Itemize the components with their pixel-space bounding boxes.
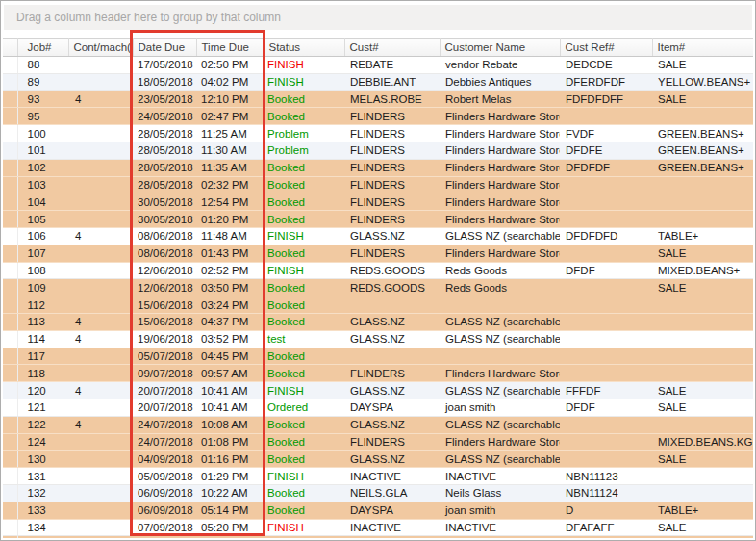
row-indicator-cell[interactable]: [3, 57, 17, 74]
cell-time-due[interactable]: 10:08 AM: [196, 416, 264, 433]
table-row[interactable]: 8817/05/201802:50 PMFINISHREBATEvendor R…: [3, 57, 753, 74]
cell-cont[interactable]: [68, 159, 133, 176]
cell-status[interactable]: Booked: [264, 348, 344, 365]
cell-time-due[interactable]: 02:52 PM: [196, 262, 264, 279]
cell-cont[interactable]: [68, 502, 133, 519]
row-indicator-cell[interactable]: [3, 519, 17, 536]
cell-customer-name[interactable]: vendor Rebate: [440, 57, 560, 74]
table-row[interactable]: 10430/05/201812:54 PMBookedFLINDERSFlind…: [3, 193, 753, 211]
row-indicator-cell[interactable]: [3, 90, 17, 108]
table-row[interactable]: 12120/07/201810:41 AMOrderedDAYSPAjoan s…: [3, 399, 753, 416]
cell-date-due[interactable]: 28/05/2018: [133, 176, 196, 193]
cell-time-due[interactable]: 10:22 AM: [196, 484, 264, 502]
cell-time-due[interactable]: 05:20 PM: [196, 519, 264, 536]
cell-time-due[interactable]: 12:10 PM: [196, 90, 264, 108]
cell-cont[interactable]: [68, 245, 133, 262]
cell-cont[interactable]: 4: [68, 313, 133, 330]
cell-cust[interactable]: DEBBIE.ANT: [344, 73, 440, 90]
row-indicator-cell[interactable]: [3, 245, 17, 262]
cell-job[interactable]: 131: [17, 468, 68, 485]
row-indicator-cell[interactable]: [3, 468, 17, 485]
cell-item[interactable]: GREEN.BEANS+: [652, 142, 753, 159]
cell-job[interactable]: 101: [17, 142, 68, 159]
table-row[interactable]: 13004/09/201801:16 PMBookedGLASS.NZGLASS…: [3, 451, 753, 468]
cell-job[interactable]: 118: [17, 365, 68, 382]
cell-job[interactable]: 88: [17, 57, 68, 74]
cell-time-due[interactable]: 05:14 PM: [196, 502, 264, 519]
table-row[interactable]: 10228/05/201811:35 AMBookedFLINDERSFlind…: [3, 159, 753, 176]
cell-status[interactable]: FINISH: [264, 468, 344, 485]
cell-customer-name[interactable]: Neils Glass: [440, 484, 560, 502]
cell-cont[interactable]: [68, 468, 133, 485]
cell-date-due[interactable]: 19/06/2018: [133, 330, 196, 348]
cell-cust-ref[interactable]: D: [560, 502, 652, 519]
cell-customer-name[interactable]: GLASS NZ (searchable): [440, 451, 560, 468]
cell-status[interactable]: Booked: [264, 484, 344, 502]
table-row[interactable]: 10708/06/201801:43 PMBookedFLINDERSFlind…: [3, 245, 753, 262]
column-header-time-due[interactable]: Time Due: [196, 39, 264, 57]
cell-cont[interactable]: [68, 262, 133, 279]
cell-customer-name[interactable]: [440, 348, 560, 365]
cell-customer-name[interactable]: Flinders Hardware Store: [440, 193, 560, 211]
cell-status[interactable]: Booked: [264, 159, 344, 176]
cell-item[interactable]: [652, 176, 753, 193]
cell-cust[interactable]: FLINDERS: [344, 193, 440, 211]
cell-time-due[interactable]: 01:16 PM: [196, 451, 264, 468]
table-row[interactable]: 10028/05/201811:25 AMProblemFLINDERSFlin…: [3, 125, 753, 142]
cell-cust-ref[interactable]: [560, 433, 652, 451]
cell-job[interactable]: 102: [17, 159, 68, 176]
row-indicator-cell[interactable]: [3, 73, 17, 90]
column-header-cust-ref[interactable]: Cust Ref#: [560, 39, 652, 57]
cell-date-due[interactable]: 09/07/2018: [133, 365, 196, 382]
cell-customer-name[interactable]: GLASS NZ (searchable): [440, 416, 560, 433]
row-indicator-cell[interactable]: [3, 142, 17, 159]
cell-cust[interactable]: MELAS.ROBE: [344, 90, 440, 108]
cell-status[interactable]: FINISH: [264, 262, 344, 279]
cell-cont[interactable]: 4: [68, 382, 133, 399]
cell-date-due[interactable]: 05/07/2018: [133, 348, 196, 365]
cell-cust[interactable]: NEILS.GLA: [344, 484, 440, 502]
cell-cust-ref[interactable]: FVDF: [560, 125, 652, 142]
table-row[interactable]: 13105/09/201801:29 PMFINISHINACTIVEINACT…: [3, 468, 753, 485]
cell-item[interactable]: SALE: [652, 382, 753, 399]
cell-time-due[interactable]: 04:37 PM: [196, 313, 264, 330]
cell-cust-ref[interactable]: [560, 176, 652, 193]
table-row[interactable]: 122424/07/201810:08 AMBookedGLASS.NZGLAS…: [3, 416, 753, 433]
cell-cont[interactable]: [68, 484, 133, 502]
cell-cont[interactable]: [68, 365, 133, 382]
cell-cont[interactable]: [68, 142, 133, 159]
cell-time-due[interactable]: 02:47 PM: [196, 108, 264, 125]
cell-date-due[interactable]: 24/07/2018: [133, 416, 196, 433]
cell-job[interactable]: 114: [17, 330, 68, 348]
cell-customer-name[interactable]: Robert Melas: [440, 90, 560, 108]
cell-cust-ref[interactable]: [560, 313, 652, 330]
cell-job[interactable]: 112: [17, 296, 68, 314]
cell-item[interactable]: [652, 330, 753, 348]
table-row[interactable]: 13306/09/201805:14 PMBookedDAYSPAjoan sm…: [3, 502, 753, 519]
cell-cust-ref[interactable]: FFFDF: [560, 382, 652, 399]
cell-date-due[interactable]: 08/06/2018: [133, 227, 196, 245]
table-row[interactable]: 10530/05/201801:20 PMBookedFLINDERSFlind…: [3, 211, 753, 228]
row-indicator-cell[interactable]: [3, 348, 17, 365]
cell-date-due[interactable]: 30/05/2018: [133, 193, 196, 211]
cell-date-due[interactable]: 17/05/2018: [133, 57, 196, 74]
cell-item[interactable]: MIXED.BEANS.KG+: [652, 433, 753, 451]
cell-item[interactable]: MIXED.BEANS+: [652, 262, 753, 279]
cell-job[interactable]: 106: [17, 227, 68, 245]
column-header-cust[interactable]: Cust#: [344, 39, 440, 57]
table-row[interactable]: 11705/07/201804:45 PMBooked: [3, 348, 753, 365]
cell-date-due[interactable]: 24/07/2018: [133, 433, 196, 451]
cell-customer-name[interactable]: GLASS NZ (searchable): [440, 313, 560, 330]
cell-cont[interactable]: [68, 296, 133, 314]
cell-job[interactable]: 93: [17, 90, 68, 108]
table-row[interactable]: 10128/05/201811:30 AMProblemFLINDERSFlin…: [3, 142, 753, 159]
cell-time-due[interactable]: 02:50 PM: [196, 57, 264, 74]
row-indicator-cell[interactable]: [3, 451, 17, 468]
cell-time-due[interactable]: 10:41 AM: [196, 399, 264, 416]
cell-date-due[interactable]: 28/05/2018: [133, 125, 196, 142]
cell-item[interactable]: [652, 313, 753, 330]
row-indicator-cell[interactable]: [3, 193, 17, 211]
column-header-job[interactable]: Job#: [17, 39, 68, 57]
table-row[interactable]: 10328/05/201802:32 PMBookedFLINDERSFlind…: [3, 176, 753, 193]
table-row[interactable]: 9524/05/201802:47 PMBookedFLINDERSFlinde…: [3, 108, 753, 125]
